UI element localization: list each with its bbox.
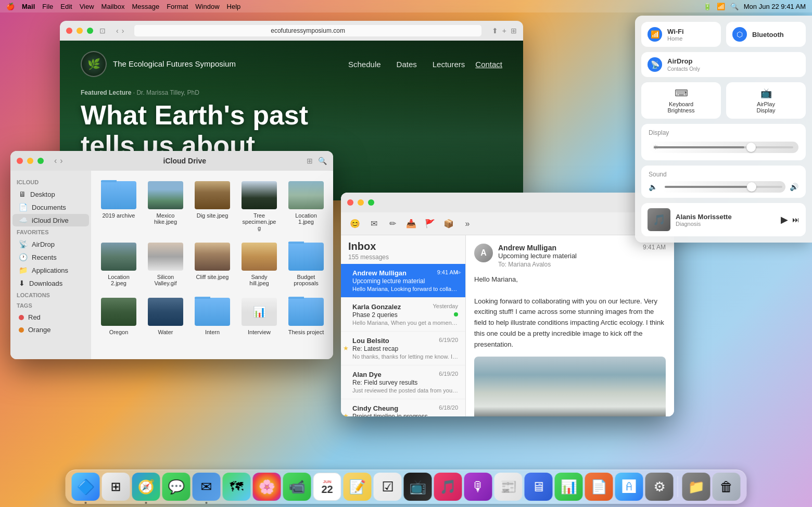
display-slider-thumb[interactable] [746, 143, 756, 152]
finder-item-cliff[interactable]: Cliff site.jpeg [191, 238, 234, 289]
menu-view[interactable]: View [80, 3, 94, 10]
cc-airdrop-tile[interactable]: 📡 AirDrop Contacts Only [641, 52, 806, 77]
finder-item-sandy[interactable]: Sandy hill.jpeg [238, 238, 281, 289]
dock-item-numbers[interactable]: 📊 [555, 473, 583, 501]
close-button[interactable] [66, 28, 72, 34]
mail-item-andrew[interactable]: Andrew Mulligan Upcoming lecture materia… [341, 264, 465, 298]
menu-window[interactable]: Window [195, 3, 219, 10]
dock-item-photos[interactable]: 🌸 [253, 473, 281, 501]
menu-format[interactable]: Format [167, 3, 188, 10]
finder-item-thesis[interactable]: Thesis project [285, 294, 327, 338]
mail-minimize-button[interactable] [358, 199, 364, 206]
apple-menu[interactable]: 🍎 [6, 3, 15, 10]
share-button[interactable]: ⬆ [492, 27, 498, 35]
cc-airplay-tile[interactable]: 📺 AirPlayDisplay [726, 82, 806, 119]
mail-more-button[interactable]: » [460, 216, 475, 232]
dock-item-news[interactable]: 📰 [494, 473, 523, 501]
menu-mailbox[interactable]: Mailbox [102, 3, 125, 10]
finder-item-tree[interactable]: Tree specimen.jpeg [238, 177, 281, 234]
dock-item-maps[interactable]: 🗺 [223, 473, 251, 501]
finder-item-budget[interactable]: Budget proposals [285, 238, 327, 289]
back-button[interactable]: ‹ [116, 27, 119, 35]
finder-minimize-button[interactable] [27, 158, 33, 164]
mail-compose-button[interactable]: ✉ [366, 216, 382, 232]
dock-item-finder2[interactable]: 📁 [682, 473, 710, 501]
menu-edit[interactable]: Edit [60, 3, 72, 10]
mail-close-button[interactable] [347, 199, 353, 206]
finder-item-interview[interactable]: 📊 Interview [238, 294, 281, 338]
finder-switch-view-button[interactable]: ⊞ [307, 157, 313, 165]
nav-contact[interactable]: Contact [475, 60, 502, 69]
sidebar-item-documents[interactable]: 📄 Documents [12, 201, 89, 213]
cc-keyboard-brightness-tile[interactable]: ⌨ KeyboardBrightness [641, 82, 721, 119]
finder-item-water[interactable]: Water [144, 294, 187, 338]
sidebar-item-downloads[interactable]: ⬇ Downloads [12, 277, 89, 289]
finder-item-location2[interactable]: Location 2.jpeg [97, 238, 140, 289]
finder-item-digsite[interactable]: Dig site.jpeg [191, 177, 234, 234]
dock-item-pages[interactable]: 📄 [585, 473, 613, 501]
nav-dates[interactable]: Dates [397, 60, 417, 69]
dock-item-podcasts[interactable]: 🎙 [464, 473, 492, 501]
menu-file[interactable]: File [42, 3, 53, 10]
sidebar-item-tag-red[interactable]: Red [12, 311, 89, 323]
finder-back-button[interactable]: ‹ [54, 156, 57, 166]
music-play-button[interactable]: ▶ [781, 214, 788, 225]
sidebar-item-applications[interactable]: 📁 Applications [12, 264, 89, 276]
url-bar[interactable]: ecofuturessymposium.com [134, 25, 481, 36]
finder-item-mexico[interactable]: Mexico hike.jpeg [144, 177, 187, 234]
mail-item-karla[interactable]: Karla Gonzalez Phase 2 queries Hello Mar… [341, 298, 465, 332]
dock-item-trash[interactable]: 🗑 [713, 473, 741, 501]
dock-item-notes[interactable]: 📝 [344, 473, 372, 501]
sidebar-item-recents[interactable]: 🕐 Recents [12, 251, 89, 263]
minimize-button[interactable] [77, 28, 83, 34]
forward-button[interactable]: › [122, 27, 124, 35]
mail-reply-button[interactable]: ✏ [385, 216, 400, 232]
finder-item-location1[interactable]: Location 1.jpeg [285, 177, 327, 234]
finder-item-intern[interactable]: Intern [191, 294, 234, 338]
dock-item-mail[interactable]: ✉ [193, 473, 221, 501]
dock-item-calendar[interactable]: JUN 22 [313, 473, 341, 501]
reading-list-button[interactable]: ⊞ [511, 27, 517, 35]
fullscreen-button[interactable] [87, 28, 93, 34]
mail-archive-button[interactable]: 📦 [441, 216, 456, 232]
cc-wifi-tile[interactable]: 📶 Wi-Fi Home [641, 22, 721, 47]
sidebar-item-tag-orange[interactable]: Orange [12, 324, 89, 336]
sound-slider-thumb[interactable] [747, 182, 756, 192]
dock-item-safari[interactable]: 🧭 [132, 473, 160, 501]
mail-compose-emoji-button[interactable]: 😊 [347, 216, 363, 232]
sidebar-item-airdrop[interactable]: 📡 AirDrop [12, 238, 89, 250]
dock-item-facetime[interactable]: 📹 [283, 473, 311, 501]
finder-forward-button[interactable]: › [60, 156, 62, 166]
nav-lecturers[interactable]: Lecturers [433, 60, 465, 69]
mail-item-lou[interactable]: ★ Lou Belsito Re: Latest recap No thanks… [341, 332, 465, 365]
menu-message[interactable]: Message [132, 3, 159, 10]
cc-bluetooth-tile[interactable]: ⬡ Bluetooth [726, 22, 806, 47]
sidebar-item-desktop[interactable]: 🖥 Desktop [12, 188, 89, 200]
dock-item-appstore[interactable]: 🅰 [615, 473, 643, 501]
sidebar-item-icloud-drive[interactable]: ☁️ iCloud Drive [12, 214, 89, 226]
music-next-button[interactable]: ⏭ [792, 216, 800, 224]
dock-item-appletv[interactable]: 📺 [404, 473, 432, 501]
mail-item-alan[interactable]: Alan Dye Re: Field survey results Just r… [341, 365, 465, 399]
dock-item-launchpad[interactable]: ⊞ [102, 473, 130, 501]
finder-search-button[interactable]: 🔍 [318, 157, 327, 165]
sidebar-toggle-icon[interactable]: ⊡ [99, 27, 106, 35]
mail-fullscreen-button[interactable] [368, 199, 374, 206]
finder-item-oregon[interactable]: Oregon [97, 294, 140, 338]
finder-close-button[interactable] [17, 158, 23, 164]
dock-item-music[interactable]: 🎵 [434, 473, 462, 501]
dock-item-sysprefs[interactable]: ⚙ [645, 473, 674, 501]
mail-item-cindy[interactable]: ★ Cindy Cheung Project timeline in progr… [341, 399, 465, 416]
mail-move-button[interactable]: 📥 [403, 216, 419, 232]
finder-fullscreen-button[interactable] [37, 158, 44, 164]
dock-item-keynote[interactable]: 🖥 [525, 473, 553, 501]
menu-help[interactable]: Help [227, 3, 241, 10]
add-tab-button[interactable]: + [502, 27, 506, 35]
app-menu-mail[interactable]: Mail [22, 3, 35, 10]
finder-item-silicon[interactable]: Silicon Valley.gif [144, 238, 187, 289]
search-icon[interactable]: 🔍 [730, 3, 739, 10]
nav-schedule[interactable]: Schedule [348, 60, 381, 69]
dock-item-messages[interactable]: 💬 [162, 473, 191, 501]
mail-flag-button[interactable]: 🚩 [422, 216, 438, 232]
dock-item-reminders[interactable]: ☑ [374, 473, 402, 501]
